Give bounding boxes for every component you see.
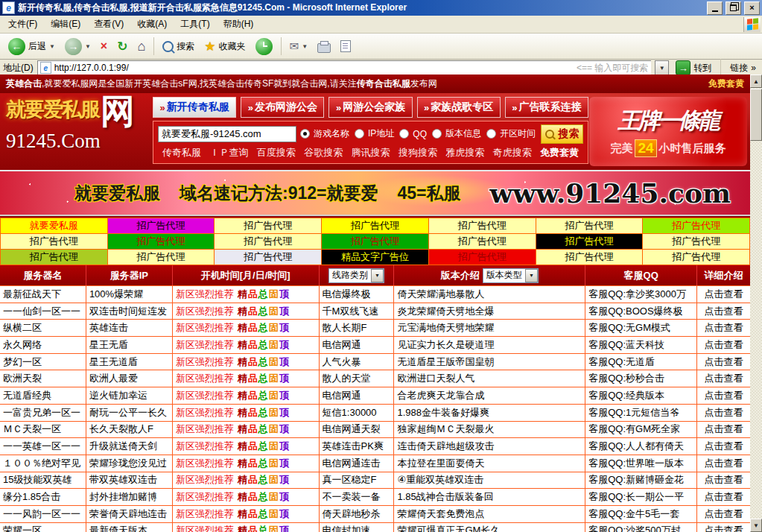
detail-link[interactable]: 点击查看	[697, 286, 750, 303]
nav-ad-contact[interactable]: »广告联系连接	[505, 97, 588, 118]
menu-view[interactable]: 查看(V)	[87, 16, 130, 33]
ad-cell[interactable]: 招广告代理	[322, 234, 428, 249]
ad-cell[interactable]: 招广告代理	[536, 250, 643, 265]
menu-edit[interactable]: 编辑(E)	[44, 16, 87, 33]
ad-cell[interactable]: 招广告代理	[108, 234, 215, 249]
ad-cell[interactable]: 招广告代理	[108, 218, 215, 233]
detail-link[interactable]: 点击查看	[697, 422, 750, 438]
ad-cell[interactable]: 招广告代理	[643, 250, 749, 265]
detail-link[interactable]: 点击查看	[697, 472, 750, 489]
server-ip-cell: 英雄连击	[86, 320, 173, 336]
notice-right-link[interactable]: 免费套黄	[708, 77, 744, 90]
ad-cell[interactable]: 招广告代理	[322, 218, 428, 233]
quicklink-free[interactable]: 免费套黄	[540, 146, 579, 159]
close-button[interactable]: ×	[744, 1, 760, 15]
detail-link[interactable]: 点击查看	[697, 337, 750, 353]
line-type-select[interactable]: 线路类别▼	[328, 268, 384, 283]
radio-version[interactable]	[432, 129, 442, 139]
forward-dropdown-icon[interactable]: ▼	[85, 43, 91, 50]
detail-link[interactable]: 点击查看	[697, 506, 750, 522]
edit-button[interactable]	[337, 38, 355, 54]
search-toolbar-button[interactable]: 搜索	[159, 38, 198, 55]
go-button[interactable]: → 转到	[673, 60, 714, 76]
ad-cell[interactable]: 招广告代理	[108, 250, 215, 265]
quicklink[interactable]: 雅虎搜索	[445, 146, 484, 159]
detail-link[interactable]: 点击查看	[697, 523, 750, 532]
ad-cell[interactable]: 招广告代理	[429, 234, 536, 249]
nav-guild-family[interactable]: »网游公会家族	[328, 97, 412, 118]
site-logo[interactable]: 就要爱私服 网 91245.Com	[6, 96, 151, 167]
server-ip-cell: 带双英雄双连击	[86, 472, 173, 489]
ad-cell[interactable]: 招广告代理	[536, 218, 643, 233]
ad-cell[interactable]: 招广告代理	[429, 218, 536, 233]
stop-button[interactable]: ×	[97, 37, 111, 55]
scrollbar-thumb[interactable]	[750, 89, 762, 141]
history-button[interactable]	[252, 36, 276, 57]
minimize-button[interactable]	[707, 1, 723, 15]
ad-cell[interactable]: 招广告代理	[536, 234, 643, 249]
mail-dropdown-icon[interactable]: ▼	[302, 43, 308, 50]
open-time-cell: 新区强烈推荐 精品总固顶	[173, 422, 320, 438]
line-type-cell: 电信网通	[320, 387, 395, 404]
menu-favorites[interactable]: 收藏(A)	[130, 16, 174, 33]
radio-ip[interactable]	[355, 129, 364, 139]
scrollbar-track[interactable]	[750, 141, 762, 519]
menu-file[interactable]: 文件(F)	[1, 16, 44, 33]
ad-cell[interactable]: 招广告代理	[643, 218, 749, 233]
vertical-scrollbar[interactable]: ▲ ▼	[750, 75, 762, 532]
server-ip-cell: 荣耀珍珑您没见过	[86, 455, 173, 472]
detail-link[interactable]: 点击查看	[697, 354, 750, 370]
ad-cell[interactable]: 招广告代理	[1, 250, 107, 265]
forward-button[interactable]: → ▼	[61, 36, 95, 57]
restore-button[interactable]	[726, 1, 741, 15]
detail-link[interactable]: 点击查看	[697, 438, 750, 455]
detail-link[interactable]: 点击查看	[697, 455, 750, 472]
scroll-up-button[interactable]: ▲	[750, 75, 762, 88]
quicklink[interactable]: 百度搜索	[257, 146, 296, 159]
quicklink[interactable]: 腾讯搜索	[352, 146, 390, 159]
print-button[interactable]	[314, 38, 334, 55]
detail-link[interactable]: 点击查看	[697, 387, 750, 404]
ad-cell[interactable]: 招广告代理	[215, 234, 321, 249]
fireworks-banner[interactable]: 就要爱私服域名速记方法:912=就要爱45=私服 www.91245.com	[0, 170, 750, 216]
links-button[interactable]: 链接 »	[727, 62, 759, 75]
address-dropdown-button[interactable]: ▼	[655, 60, 669, 76]
back-button[interactable]: ← 后退 ▼	[4, 36, 59, 57]
game-search-input[interactable]	[158, 126, 296, 142]
nav-family-song[interactable]: »家族战歌专区	[417, 97, 501, 118]
mail-button[interactable]: ✉ ▼	[286, 37, 312, 55]
favorites-button[interactable]: ★ 收藏夹	[200, 37, 249, 57]
ad-cell[interactable]: 招广告代理	[429, 250, 536, 265]
quicklink[interactable]: 奇虎搜索	[493, 146, 532, 159]
quicklink[interactable]: ＩＰ查询	[209, 146, 248, 159]
ad-cell[interactable]: 精品文字广告位	[322, 250, 428, 265]
quicklink[interactable]: 谷歌搜索	[304, 146, 343, 159]
quicklink[interactable]: 传奇私服	[162, 146, 201, 159]
version-type-select[interactable]: 版本类型▼	[483, 268, 539, 283]
server-ip-cell: 荣誉倚天辟地连击	[86, 506, 173, 522]
radio-open-time[interactable]	[486, 129, 496, 139]
menu-tools[interactable]: 工具(T)	[174, 16, 216, 33]
address-input[interactable]: e http://127.0.0.1:99/ <== 输入即可搜索	[37, 60, 652, 76]
ad-cell[interactable]: 招广告代理	[215, 250, 321, 265]
detail-link[interactable]: 点击查看	[697, 370, 750, 387]
ad-cell[interactable]: 招广告代理	[643, 234, 749, 249]
radio-game-name[interactable]	[300, 129, 310, 139]
detail-link[interactable]: 点击查看	[697, 320, 750, 336]
menu-help[interactable]: 帮助(H)	[217, 16, 261, 33]
search-button[interactable]: 搜索	[541, 124, 583, 144]
radio-qq[interactable]	[399, 129, 409, 139]
ad-cell[interactable]: 招广告代理	[1, 234, 107, 249]
ad-cell[interactable]: 就要爱私服	[1, 218, 107, 233]
ad-cell[interactable]: 招广告代理	[215, 218, 321, 233]
detail-link[interactable]: 点击查看	[697, 489, 750, 505]
nav-new-servers[interactable]: »新开传奇私服	[153, 97, 236, 118]
scroll-down-button[interactable]: ▼	[750, 519, 762, 532]
back-dropdown-icon[interactable]: ▼	[49, 43, 55, 50]
home-button[interactable]: ⌂	[133, 37, 149, 57]
nav-publish-guild[interactable]: »发布网游公会	[241, 97, 324, 118]
quicklink[interactable]: 搜狗搜索	[399, 146, 437, 159]
refresh-button[interactable]: ↻	[113, 37, 131, 57]
detail-link[interactable]: 点击查看	[697, 303, 750, 320]
detail-link[interactable]: 点击查看	[697, 405, 750, 421]
